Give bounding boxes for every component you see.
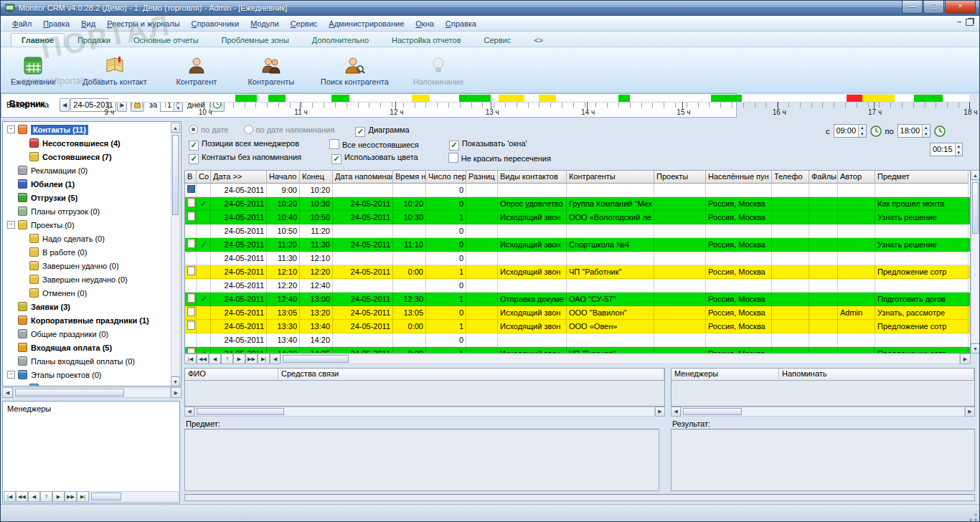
nav-rewind-button[interactable]: ◀◀ — [197, 353, 209, 364]
sidebar-item-project-stages[interactable]: −Этапы проектов (0) — [3, 368, 171, 381]
table-row[interactable]: 24-05-201113:4014:200 — [185, 333, 970, 347]
column-header-start[interactable]: Начало — [267, 171, 300, 184]
subject-textarea[interactable] — [184, 429, 659, 491]
time-to-stepper[interactable]: 18:00 ▲▼ — [897, 124, 930, 138]
column-header-v[interactable]: В — [185, 171, 197, 184]
to-down-button[interactable]: ▼ — [923, 131, 929, 138]
table-row[interactable]: ✓24-05-201111:2011:3024-05-201111:100Исх… — [185, 238, 970, 252]
toolbar-reminder[interactable]: Напоминание — [413, 54, 463, 86]
expander-minus-icon[interactable]: − — [7, 221, 15, 229]
hscroll-right-button[interactable]: ▶ — [960, 353, 971, 364]
nav-refresh-button[interactable]: ? — [221, 353, 233, 364]
sidebar-item-contacts[interactable]: −Контакты (11) — [3, 123, 171, 136]
sidebar-item-complaints[interactable]: Рекламации (0) — [3, 163, 171, 177]
grid-vscrollbar[interactable]: ▲ ▼ — [971, 170, 980, 353]
from-down-button[interactable]: ▼ — [859, 131, 865, 138]
table-row[interactable]: 24-05-201110:5011:200 — [185, 224, 970, 238]
to-clock-button[interactable] — [934, 125, 946, 137]
managers-column-header[interactable]: Менеджеры — [672, 369, 779, 381]
tab-5[interactable]: Настройка отчетов — [382, 34, 471, 47]
table-row[interactable]: 24-05-201110:4010:5024-05-201110:301Исхо… — [185, 211, 970, 224]
sidebar-item-requests[interactable]: Заявки (3) — [3, 300, 171, 313]
hscroll-left-button[interactable]: ◀ — [270, 353, 281, 364]
nav-next-button[interactable]: ▶ — [233, 353, 245, 364]
column-header-project[interactable]: Проекты — [654, 171, 706, 184]
to-up-button[interactable]: ▲ — [923, 125, 929, 131]
nav-forward-button[interactable]: ▶▶ — [65, 491, 77, 502]
nav-refresh-button[interactable]: ? — [40, 491, 52, 502]
sidebar-item-projects-inwork[interactable]: В работе (0) — [3, 245, 171, 259]
from-up-button[interactable]: ▲ — [859, 125, 865, 131]
sidebar-item-shipment-plans[interactable]: Планы отгрузок (0) — [3, 204, 171, 218]
column-header-count[interactable]: Число пер — [426, 171, 466, 184]
nav-first-button[interactable]: |◀ — [184, 353, 197, 364]
menu-item-9[interactable]: Справка — [440, 17, 482, 30]
checkbox-use-colors[interactable]: Использовать цвета — [331, 153, 418, 164]
time-from-stepper[interactable]: 09:00 ▲▼ — [834, 124, 867, 138]
sidebar-item-projects[interactable]: −Проекты (0) — [3, 218, 171, 232]
tab-1[interactable]: Продажи — [67, 34, 121, 47]
checkbox-contacts-without-reminder[interactable]: Контакты без напоминания — [189, 153, 301, 164]
menu-item-1[interactable]: Правка — [37, 17, 75, 30]
mdi-minimize-button[interactable]: – — [957, 18, 961, 26]
interval-down-button[interactable]: ▼ — [956, 150, 962, 156]
table-row[interactable]: 24-05-201111:3012:100 — [185, 252, 970, 265]
sidebar-item-held[interactable]: Состоявшиеся (7) — [3, 150, 171, 163]
menu-item-6[interactable]: Сервис — [285, 17, 324, 30]
column-header-s[interactable]: Со — [197, 171, 211, 184]
toolbar-daily-planner[interactable]: Ежедневник — [8, 54, 58, 86]
menu-item-8[interactable]: Окна — [410, 17, 440, 30]
nav-prior-button[interactable]: ◀ — [209, 353, 221, 364]
resize-grip[interactable] — [969, 513, 978, 522]
sidebar-item-projects-done-ok[interactable]: Завершен удачно (0) — [3, 259, 171, 272]
table-row[interactable]: ✓24-05-201112:4013:0024-05-201112:301Отп… — [185, 293, 970, 306]
expander-minus-icon[interactable]: − — [7, 125, 15, 133]
menu-item-4[interactable]: Справочники — [186, 17, 245, 30]
column-header-subject[interactable]: Предмет — [875, 171, 969, 184]
column-header-author[interactable]: Автор — [838, 171, 875, 184]
checkbox-diagram[interactable]: Диаграмма — [355, 125, 409, 134]
interval-up-button[interactable]: ▲ — [956, 143, 962, 150]
checkbox-all-managers-positions[interactable]: Позиции всех менеджеров — [189, 139, 299, 151]
toolbar-add-contact[interactable]: Добавить контакт — [83, 54, 147, 86]
toolbar-counterparties[interactable]: Контрагенты — [246, 54, 296, 86]
from-clock-button[interactable] — [870, 125, 882, 137]
radio-by-reminder-date[interactable]: по дате напоминания — [244, 125, 335, 134]
nav-rewind-button[interactable]: ◀◀ — [16, 491, 28, 502]
sidebar-item-projects-done-fail[interactable]: Завершен неудачно (0) — [3, 272, 171, 286]
table-row[interactable]: 24-05-20119:0010:200 — [185, 184, 970, 197]
interval-stepper[interactable]: 00:15 ▲▼ — [930, 143, 963, 156]
column-header-kind[interactable]: Виды контактов — [498, 171, 567, 184]
sidebar-item-projects-todo[interactable]: Надо сделать (0) — [3, 232, 171, 245]
sidebar-item-corporate-holidays[interactable]: Корпоративные праздники (1) — [3, 313, 171, 327]
mdi-restore-button[interactable] — [966, 19, 974, 26]
prev-day-button[interactable]: ◀ — [60, 98, 70, 112]
result-textarea[interactable] — [671, 429, 975, 491]
table-row[interactable]: 24-05-201112:2012:400 — [185, 279, 970, 293]
menu-item-0[interactable]: Файл — [6, 17, 37, 30]
menu-item-2[interactable]: Вид — [75, 17, 101, 30]
column-header-rtime[interactable]: Время н — [393, 171, 426, 184]
maximize-button[interactable]: ▢ — [923, 1, 944, 14]
sidebar-item-shipments[interactable]: Отгрузки (5) — [3, 191, 171, 204]
column-header-end[interactable]: Конец — [300, 171, 333, 184]
radio-by-date[interactable]: по дате — [189, 125, 228, 134]
sidebar-item-common-holidays[interactable]: Общие праздники (0) — [3, 327, 171, 341]
table-row[interactable]: 24-05-201113:0513:2024-05-201113:050Исхо… — [185, 306, 970, 320]
checkbox-all-failed[interactable]: Все несостоявшиеся — [329, 139, 419, 151]
nav-first-button[interactable]: |◀ — [4, 491, 16, 502]
column-header-party[interactable]: Контрагенты — [567, 171, 654, 184]
toolbar-search-counterparty[interactable]: Поиск контрагента — [321, 54, 389, 86]
tab-0[interactable]: Главное — [11, 33, 65, 47]
sidebar-item-incoming-payments[interactable]: Входящая оплата (5) — [3, 341, 171, 354]
fio-hscrollbar[interactable]: ◀ ▶ — [184, 407, 665, 417]
tab-3[interactable]: Проблемные зоны — [212, 34, 299, 47]
sidebar-item-failed[interactable]: Несостоявшиеся (4) — [3, 136, 171, 150]
tab-7[interactable]: <> — [524, 34, 553, 47]
column-header-city[interactable]: Населённые пун — [706, 171, 772, 184]
column-header-files[interactable]: Файлы — [809, 171, 838, 184]
table-row[interactable]: ✓24-05-201114:2014:2524-05-20110:001Исхо… — [185, 347, 970, 353]
menu-item-3[interactable]: Реестры и журналы — [101, 17, 185, 30]
expander-minus-icon[interactable]: − — [7, 371, 15, 379]
nav-prior-button[interactable]: ◀ — [28, 491, 40, 502]
